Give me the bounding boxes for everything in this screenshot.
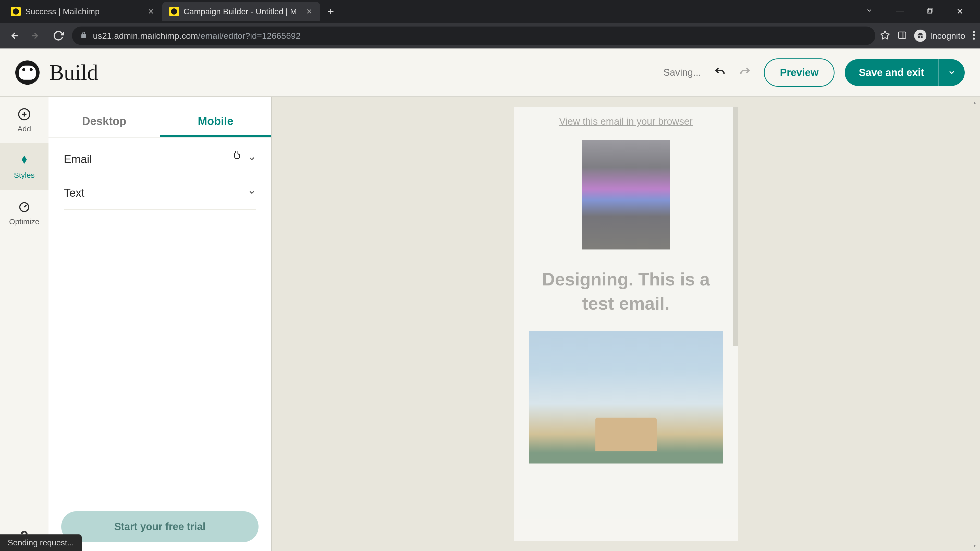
email-image[interactable] bbox=[582, 140, 670, 249]
rail-label: Optimize bbox=[9, 218, 39, 226]
incognito-label: Incognito bbox=[930, 31, 965, 41]
gauge-icon bbox=[17, 200, 32, 214]
section-label: Email bbox=[64, 153, 92, 165]
chevron-down-icon bbox=[248, 188, 256, 197]
styles-icon bbox=[17, 154, 32, 168]
svg-point-9 bbox=[973, 38, 975, 40]
back-button[interactable] bbox=[5, 27, 22, 44]
email-preview[interactable]: View this email in your browser Designin… bbox=[514, 107, 738, 541]
tab-mobile[interactable]: Mobile bbox=[160, 107, 272, 137]
minimize-icon[interactable]: — bbox=[891, 4, 909, 19]
app-topbar: Build Saving... Preview Save and exit bbox=[0, 48, 980, 97]
new-tab-button[interactable]: + bbox=[320, 5, 341, 18]
browser-tab[interactable]: Campaign Builder - Untitled | M × bbox=[162, 2, 320, 21]
rail-item-optimize[interactable]: Optimize bbox=[0, 190, 48, 236]
tab-title: Campaign Builder - Untitled | M bbox=[183, 7, 301, 16]
url-text: us21.admin.mailchimp.com/email/editor?id… bbox=[93, 31, 301, 41]
tab-title: Success | Mailchimp bbox=[25, 7, 142, 16]
save-exit-button[interactable]: Save and exit bbox=[845, 59, 938, 86]
page-title: Build bbox=[49, 60, 98, 85]
left-rail: Add Styles Optimize ? bbox=[0, 97, 48, 551]
reload-button[interactable] bbox=[49, 27, 67, 44]
tab-list-icon[interactable] bbox=[861, 4, 878, 19]
svg-marker-4 bbox=[881, 31, 889, 39]
close-tab-icon[interactable]: × bbox=[305, 5, 313, 18]
svg-marker-13 bbox=[22, 156, 27, 164]
svg-point-7 bbox=[973, 31, 975, 33]
favicon-icon bbox=[11, 6, 21, 16]
status-bar: Sending request... bbox=[0, 534, 82, 551]
window-controls: — ✕ bbox=[861, 4, 976, 19]
close-tab-icon[interactable]: × bbox=[147, 5, 155, 18]
save-exit-dropdown[interactable] bbox=[938, 59, 965, 86]
rail-label: Add bbox=[18, 124, 31, 133]
url-bar-row: us21.admin.mailchimp.com/email/editor?id… bbox=[0, 23, 980, 48]
chevron-down-icon bbox=[248, 155, 256, 164]
section-label: Text bbox=[64, 186, 84, 199]
canvas-scrollbar[interactable]: ▴ ▾ bbox=[970, 97, 979, 551]
mailchimp-logo-icon[interactable] bbox=[15, 60, 40, 85]
preview-button[interactable]: Preview bbox=[764, 59, 835, 87]
email-heading[interactable]: Designing. This is a test email. bbox=[514, 267, 738, 331]
incognito-icon bbox=[914, 30, 926, 42]
more-icon[interactable] bbox=[972, 30, 975, 41]
lock-icon bbox=[80, 31, 88, 40]
undo-button[interactable] bbox=[711, 63, 729, 82]
panel-icon[interactable] bbox=[897, 30, 907, 41]
plus-circle-icon bbox=[17, 107, 32, 121]
start-trial-button[interactable]: Start your free trial bbox=[61, 511, 259, 542]
redo-button[interactable] bbox=[736, 63, 754, 82]
maximize-icon[interactable] bbox=[922, 4, 939, 19]
canvas[interactable]: View this email in your browser Designin… bbox=[272, 97, 980, 551]
rail-label: Styles bbox=[14, 171, 35, 179]
rail-item-styles[interactable]: Styles bbox=[0, 143, 48, 190]
incognito-badge[interactable]: Incognito bbox=[914, 30, 965, 42]
panel-tabs: Desktop Mobile bbox=[48, 107, 271, 138]
preview-scrollbar[interactable] bbox=[733, 107, 738, 346]
bookmark-icon[interactable] bbox=[880, 30, 890, 41]
view-in-browser-link[interactable]: View this email in your browser bbox=[514, 107, 738, 140]
section-email[interactable]: Email bbox=[64, 143, 256, 176]
section-text[interactable]: Text bbox=[64, 176, 256, 210]
email-image[interactable] bbox=[529, 331, 723, 464]
scroll-down-icon[interactable]: ▾ bbox=[970, 541, 979, 550]
scroll-up-icon[interactable]: ▴ bbox=[970, 98, 979, 106]
svg-point-8 bbox=[973, 34, 975, 36]
svg-rect-5 bbox=[899, 32, 906, 38]
browser-tab[interactable]: Success | Mailchimp × bbox=[4, 2, 162, 21]
url-bar[interactable]: us21.admin.mailchimp.com/email/editor?id… bbox=[72, 27, 875, 45]
forward-button[interactable] bbox=[27, 27, 45, 44]
side-panel: Desktop Mobile Email Text Start your fr bbox=[48, 97, 272, 551]
close-window-icon[interactable]: ✕ bbox=[951, 4, 969, 19]
saving-status: Saving... bbox=[663, 67, 701, 78]
rail-item-add[interactable]: Add bbox=[0, 97, 48, 143]
browser-tab-bar: Success | Mailchimp × Campaign Builder -… bbox=[0, 0, 980, 23]
tab-desktop[interactable]: Desktop bbox=[48, 107, 160, 137]
favicon-icon bbox=[169, 6, 179, 16]
